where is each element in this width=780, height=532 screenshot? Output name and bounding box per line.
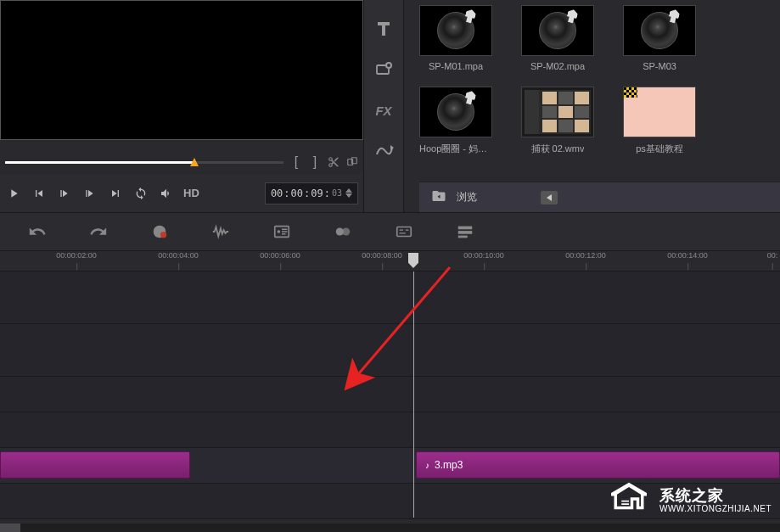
video-track-2[interactable] xyxy=(0,324,780,377)
timecode-ff: 03 xyxy=(332,188,342,198)
cut-button[interactable] xyxy=(328,154,339,170)
media-thumbnail xyxy=(521,5,594,56)
multitrack-button[interactable] xyxy=(453,220,477,244)
audio-clip-label: 3.mp3 xyxy=(435,459,463,471)
media-library: SP-M01.mpaSP-M02.mpaSP-M03Hoop圈圈 - 妈咪 ..… xyxy=(404,0,780,212)
svg-rect-18 xyxy=(621,503,629,505)
audio-clip-left[interactable] xyxy=(0,451,190,479)
media-label: SP-M03 xyxy=(643,61,676,71)
go-end-button[interactable] xyxy=(107,183,124,204)
svg-point-9 xyxy=(278,230,281,233)
title-track[interactable] xyxy=(0,412,780,448)
media-item[interactable]: ps基础教程 xyxy=(623,87,696,155)
graphics-tab[interactable] xyxy=(364,49,403,90)
library-scroll-left-button[interactable] xyxy=(541,191,558,204)
media-thumbnail xyxy=(623,87,696,137)
media-thumbnail xyxy=(521,87,594,137)
video-preview[interactable] xyxy=(0,0,363,140)
video-track-1[interactable] xyxy=(0,272,780,324)
svg-rect-13 xyxy=(458,227,473,230)
browse-label[interactable]: 浏览 xyxy=(457,190,477,204)
media-item[interactable]: 捕获 02.wmv xyxy=(521,87,594,155)
loop-button[interactable] xyxy=(132,183,149,204)
svg-point-7 xyxy=(160,232,166,238)
media-item[interactable]: SP-M03 xyxy=(623,5,696,71)
timecode-mm: 00 xyxy=(291,188,303,199)
redo-button[interactable] xyxy=(87,220,110,244)
ruler-tick: 00:00:10:00 xyxy=(463,251,504,260)
playback-controls: HD 00:00:09:03 xyxy=(0,174,363,212)
svg-rect-14 xyxy=(458,231,473,234)
chapter-button[interactable] xyxy=(270,220,294,244)
media-label: Hoop圈圈 - 妈咪 ... xyxy=(419,143,492,155)
svg-rect-15 xyxy=(458,236,468,238)
disc-icon xyxy=(437,12,474,49)
svg-point-4 xyxy=(387,64,390,67)
record-button[interactable] xyxy=(148,220,171,244)
media-thumbnail xyxy=(419,87,492,137)
preview-panel: [ ] xyxy=(0,0,363,212)
ruler-tick: 00:00:08:00 xyxy=(362,251,402,260)
media-grid: SP-M01.mpaSP-M02.mpaSP-M03Hoop圈圈 - 妈咪 ..… xyxy=(419,5,780,155)
audio-track[interactable]: ♪ 3.mp3 xyxy=(0,448,780,484)
media-label: ps基础教程 xyxy=(636,143,683,155)
audio-button[interactable] xyxy=(209,220,233,244)
timeline-toolbar xyxy=(0,212,780,251)
music-note-icon: ♪ xyxy=(425,461,429,470)
scrollbar-thumb[interactable] xyxy=(0,524,20,532)
ruler-tick: 00:00:02:00 xyxy=(56,251,97,260)
ruler-tick: 00: xyxy=(767,251,778,260)
frame-back-button[interactable] xyxy=(56,183,73,204)
fx-tab[interactable]: FX xyxy=(364,90,403,131)
subtitle-button[interactable] xyxy=(392,220,416,244)
overlay-track[interactable] xyxy=(0,377,780,412)
scrubber-track[interactable] xyxy=(5,161,283,164)
svg-point-11 xyxy=(342,227,350,235)
path-tab[interactable] xyxy=(364,131,403,171)
playhead-line xyxy=(413,272,414,518)
disc-icon xyxy=(437,93,474,131)
watermark: 系统之家 WWW.XITONGZHIJIA.NET xyxy=(605,481,772,520)
split-button[interactable] xyxy=(346,154,358,170)
timecode-up-button[interactable] xyxy=(345,188,352,193)
watermark-logo-icon xyxy=(605,481,653,520)
media-label: SP-M02.mpa xyxy=(530,61,585,71)
timecode-ss: 09 xyxy=(311,188,323,199)
timecode-down-button[interactable] xyxy=(345,193,352,198)
ruler-tick: 00:00:14:00 xyxy=(667,251,708,260)
disc-icon xyxy=(641,12,678,49)
play-button[interactable] xyxy=(5,183,22,204)
volume-button[interactable] xyxy=(158,183,175,204)
disc-icon xyxy=(539,12,576,49)
timeline-scrollbar[interactable] xyxy=(0,524,780,532)
ruler-tick: 00:00:06:00 xyxy=(260,251,300,260)
undo-button[interactable] xyxy=(25,220,49,244)
watermark-title: 系统之家 xyxy=(659,488,772,505)
timecode-hh: 00 xyxy=(271,188,283,199)
timeline-ruler[interactable]: 00:00:02:0000:00:04:0000:00:06:0000:00:0… xyxy=(0,251,780,272)
watermark-url: WWW.XITONGZHIJIA.NET xyxy=(659,504,772,513)
media-item[interactable]: SP-M02.mpa xyxy=(521,5,594,71)
hd-label[interactable]: HD xyxy=(183,187,199,199)
library-footer: 浏览 xyxy=(419,182,780,212)
frame-forward-button[interactable] xyxy=(81,183,98,204)
go-start-button[interactable] xyxy=(31,183,48,204)
media-thumbnail xyxy=(623,5,696,56)
audio-clip-right[interactable]: ♪ 3.mp3 xyxy=(416,451,780,479)
media-item[interactable]: Hoop圈圈 - 妈咪 ... xyxy=(419,87,492,155)
mark-out-button[interactable]: ] xyxy=(309,154,321,170)
scrubber-bar: [ ] xyxy=(0,150,363,174)
title-tab[interactable] xyxy=(364,8,403,49)
track-button[interactable] xyxy=(331,220,355,244)
ruler-tick: 00:00:04:00 xyxy=(158,251,199,260)
svg-rect-17 xyxy=(621,501,629,502)
ruler-tick: 00:00:12:00 xyxy=(565,251,606,260)
timecode-display[interactable]: 00:00:09:03 xyxy=(265,182,358,204)
media-label: SP-M01.mpa xyxy=(429,61,483,71)
side-tab-bar: FX xyxy=(363,0,404,212)
media-label: 捕获 02.wmv xyxy=(531,143,585,155)
scrubber-handle[interactable] xyxy=(190,158,199,166)
media-thumbnail xyxy=(419,5,492,56)
mark-in-button[interactable]: [ xyxy=(290,154,302,170)
media-item[interactable]: SP-M01.mpa xyxy=(419,5,492,71)
